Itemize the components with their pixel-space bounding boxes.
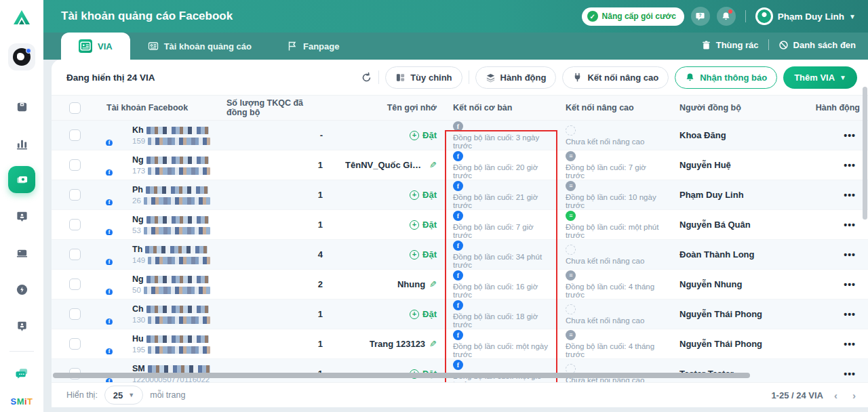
toolbar-divider — [378, 70, 379, 84]
row-checkbox[interactable] — [69, 279, 81, 290]
col-header-qty: Số lượng TKQC đã đồng bộ — [218, 98, 331, 117]
row-checkbox[interactable] — [69, 189, 81, 201]
row-actions-button[interactable]: ••• — [840, 247, 860, 263]
customize-button[interactable]: Tùy chỉnh — [385, 66, 462, 89]
sidebar-item-ad-accounts[interactable] — [8, 166, 35, 193]
set-nickname-button[interactable]: + Đặt — [410, 190, 437, 200]
advanced-sync-text: Đồng bộ lần cuối: một phút trước — [566, 223, 663, 239]
table-row: f Ng 50 2 + Nhung ✎ f — [52, 270, 868, 300]
facebook-connection-icon: f — [453, 181, 463, 191]
row-actions-button[interactable]: ••• — [840, 127, 860, 144]
edit-pencil-icon[interactable]: ✎ — [429, 279, 437, 289]
account-name: Ch — [132, 304, 144, 314]
sidebar-item-members[interactable] — [8, 312, 35, 339]
ad-account-card-icon — [148, 41, 159, 52]
edit-pencil-icon[interactable]: ✎ — [429, 160, 437, 170]
nickname-cell: + TênNV_Quốc Gia_Máy... ✎ — [331, 160, 445, 170]
add-via-button[interactable]: Thêm VIA ▼ — [783, 66, 857, 89]
next-page-button[interactable]: › — [852, 390, 856, 401]
blacklist-link[interactable]: Danh sách đen — [778, 40, 856, 50]
row-checkbox[interactable] — [69, 338, 81, 350]
sidebar-item-workspace[interactable] — [8, 43, 35, 70]
sidebar-item-accounts[interactable] — [8, 203, 35, 230]
row-checkbox[interactable] — [69, 249, 81, 260]
basic-sync-text: Đồng bộ lần cuối: 18 giờ trước — [453, 312, 549, 329]
row-checkbox[interactable] — [69, 219, 81, 230]
basic-sync-text: Đồng bộ lần cuối: 21 giờ trước — [453, 193, 549, 209]
nickname-cell: + Đặt ✎ — [331, 249, 445, 260]
account-cell: f Ng 53 — [98, 215, 218, 235]
support-chat-button[interactable]: ? — [691, 7, 710, 26]
sidebar-item-devices[interactable] — [8, 239, 35, 266]
row-actions-button[interactable]: ••• — [840, 306, 860, 323]
select-all-checkbox[interactable] — [69, 102, 81, 114]
row-actions-button[interactable]: ••• — [840, 366, 860, 382]
sidebar-item-support-chat[interactable] — [8, 359, 35, 386]
table-row: f Hu 195 1 + Trang 123123 ✎ — [52, 329, 868, 359]
sidebar-item-automation[interactable] — [8, 276, 35, 303]
trash-link[interactable]: Thùng rác — [701, 40, 759, 50]
tab-fanpage[interactable]: Fanpage — [269, 33, 357, 60]
set-nickname-button[interactable]: + Đặt — [410, 309, 437, 319]
advanced-connect-button[interactable]: Kết nối nâng cao — [562, 66, 669, 89]
set-nickname-button[interactable]: + Đặt — [410, 130, 437, 140]
receive-notifications-label: Nhận thông báo — [700, 73, 767, 83]
horizontal-scrollbar[interactable] — [53, 373, 750, 378]
id-blur — [144, 197, 210, 205]
app-window: SMiT Tài khoản quảng cáo Facebook ✓ Nâng… — [0, 0, 868, 412]
basic-connection-cell: f Đồng bộ lần cuối: 18 giờ trước — [445, 300, 557, 329]
bar-chart-icon — [16, 137, 28, 150]
tab-via[interactable]: VIA — [61, 33, 130, 60]
row-actions-button[interactable]: ••• — [840, 276, 860, 293]
row-actions-button[interactable]: ••• — [840, 336, 860, 352]
row-actions-button[interactable]: ••• — [840, 187, 860, 203]
plus-circle-icon: + — [410, 250, 419, 260]
set-nickname-button[interactable]: + Đặt — [410, 249, 437, 260]
tab-ad-accounts[interactable]: Tài khoản quảng cáo — [130, 33, 269, 60]
upgrade-plan-button[interactable]: ✓ Nâng cấp gói cước — [582, 7, 684, 26]
plus-circle-icon: + — [410, 310, 419, 319]
account-id: 130 — [132, 316, 145, 324]
notification-dot — [728, 9, 732, 14]
set-label: Đặt — [422, 130, 437, 140]
svg-text:?: ? — [699, 13, 702, 18]
vertical-scrollbar[interactable] — [863, 87, 867, 220]
advanced-connection-icon: ≡ — [566, 211, 576, 221]
member-badge-icon — [16, 320, 28, 333]
table-row: f Th 149 4 + Đặt ✎ f Đ — [52, 240, 868, 270]
table-header-row: Tài khoản Facebook Số lượng TKQC đã đồng… — [52, 95, 868, 121]
page-size-select[interactable]: 25 ▼ — [104, 386, 143, 405]
basic-connection-cell: f Đồng bộ lần cuối: một ngày trước — [445, 330, 557, 358]
nickname-cell: + Đặt ✎ — [331, 130, 445, 140]
receive-notifications-button[interactable]: Nhận thông báo — [675, 66, 777, 89]
name-blur — [146, 127, 209, 134]
row-checkbox[interactable] — [69, 129, 81, 141]
synced-qty: 4 — [218, 249, 331, 260]
account-name: Ng — [132, 215, 144, 224]
facebook-connection-icon: f — [453, 300, 463, 310]
sidebar-item-analytics[interactable] — [8, 129, 35, 157]
main-area: Tài khoản quảng cáo Facebook ✓ Nâng cấp … — [43, 0, 868, 412]
account-id: 26 — [132, 197, 141, 205]
set-nickname-button[interactable]: + Đặt — [410, 220, 437, 230]
user-menu[interactable]: Phạm Duy Linh ▼ — [755, 7, 856, 25]
refresh-button[interactable] — [361, 72, 372, 83]
edit-pencil-icon[interactable]: ✎ — [429, 339, 437, 349]
row-actions-button[interactable]: ••• — [840, 217, 860, 233]
actions-button[interactable]: Hành động — [475, 66, 557, 89]
id-blur — [144, 287, 210, 294]
refresh-icon — [361, 72, 372, 83]
prev-page-button[interactable]: ‹ — [834, 390, 837, 401]
notifications-button[interactable] — [717, 7, 736, 26]
row-checkbox[interactable] — [69, 308, 81, 320]
row-checkbox[interactable] — [69, 159, 81, 171]
basic-sync-text: Đồng bộ lần cuối: 3 ngày trước — [453, 133, 549, 150]
advanced-sync-text: Đồng bộ lần cuối: 10 ngày trước — [566, 193, 663, 209]
row-actions-button[interactable]: ••• — [840, 157, 860, 173]
sidebar-item-wallet[interactable] — [8, 93, 35, 120]
block-icon — [778, 40, 789, 50]
col-header-actions: Hành động — [788, 103, 868, 112]
facebook-badge-icon: f — [105, 169, 113, 176]
sidebar-divider — [9, 351, 34, 352]
strip-divider — [768, 39, 769, 50]
